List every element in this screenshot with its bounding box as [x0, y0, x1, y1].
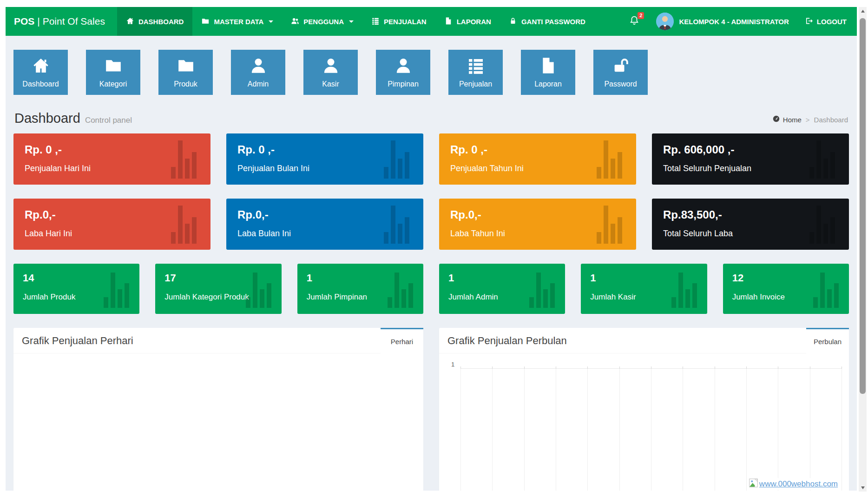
folder-icon — [201, 17, 210, 27]
chevron-down-icon — [269, 20, 273, 23]
bar-chart-icon — [597, 206, 622, 244]
person-icon — [322, 56, 340, 77]
top-navbar: POS | Point Of Sales DASHBOARD MASTER DA… — [6, 7, 857, 36]
bar-chart-icon — [384, 140, 409, 179]
nav-item-dashboard[interactable]: DASHBOARD — [117, 7, 193, 36]
breadcrumb-separator: > — [806, 116, 810, 124]
notification-badge: 2 — [638, 12, 644, 19]
gridline — [524, 369, 525, 491]
nav-item-master-data[interactable]: MASTER DATA — [192, 7, 282, 36]
sign-out-icon — [805, 17, 813, 27]
gridline — [460, 369, 461, 491]
nav-label: PENJUALAN — [384, 18, 427, 26]
stat-box-laba-hari: Rp.0,- Laba Hari Ini — [13, 199, 210, 250]
breadcrumb-home-link[interactable]: Home — [772, 115, 802, 124]
list-icon — [467, 56, 485, 77]
bar-chart-icon — [809, 206, 835, 244]
nav-item-ganti-password[interactable]: GANTI PASSWORD — [500, 7, 594, 36]
breadcrumb-current: Dashboard — [814, 116, 848, 124]
tile-admin[interactable]: Admin — [231, 50, 285, 95]
tile-label: Laporan — [534, 80, 562, 88]
breadcrumb-home-label: Home — [783, 116, 802, 124]
stat-box-penjualan-bulan: Rp. 0 ,- Penjualan Bulan Ini — [226, 133, 423, 185]
stat-box-total-penjualan: Rp. 606,000 ,- Total Seluruh Penjualan — [652, 133, 849, 185]
stat-box-penjualan-hari: Rp. 0 ,- Penjualan Hari Ini — [13, 133, 210, 185]
stat-box-laba-bulan: Rp.0,- Laba Bulan Ini — [226, 199, 423, 250]
content-area: Dashboard Kategori Produk Admin Kasir Pi… — [6, 36, 857, 491]
navbar-right: 2 KELOMPOK 4 - ADMINISTRATOR LOGOUT — [621, 7, 857, 36]
vertical-scrollbar[interactable] — [859, 7, 867, 492]
plot-grid — [460, 368, 842, 491]
avatar — [656, 13, 674, 30]
breadcrumb: Home > Dashboard — [772, 115, 848, 126]
notifications-button[interactable]: 2 — [621, 7, 648, 36]
tile-produk[interactable]: Produk — [158, 50, 213, 95]
page-subtitle: Control panel — [85, 116, 132, 125]
tile-laporan[interactable]: Laporan — [521, 50, 575, 95]
nav-label: LAPORAN — [457, 18, 491, 26]
stat-box-total-laba: Rp.83,500,- Total Seluruh Laba — [652, 199, 849, 250]
tile-label: Admin — [248, 80, 269, 88]
logout-button[interactable]: LOGOUT — [797, 7, 857, 36]
bar-chart-icon — [529, 273, 555, 308]
app-window: POS | Point Of Sales DASHBOARD MASTER DA… — [6, 7, 857, 491]
dashboard-gauge-icon — [772, 115, 780, 124]
home-icon — [126, 17, 134, 27]
tile-password[interactable]: Password — [593, 50, 648, 95]
nav-item-penjualan[interactable]: PENJUALAN — [362, 7, 435, 36]
tile-kategori[interactable]: Kategori — [86, 50, 140, 95]
gridline — [651, 369, 651, 491]
stat-box-laba-tahun: Rp.0,- Laba Tahun Ini — [439, 199, 636, 250]
count-box-admin: 1 Jumlah Admin — [439, 264, 565, 314]
bar-chart-icon — [813, 273, 839, 308]
logout-label: LOGOUT — [817, 18, 847, 26]
watermark-link[interactable]: www.000webhost.com — [759, 479, 838, 489]
gridline — [619, 369, 620, 491]
gridline — [587, 369, 588, 491]
tile-kasir[interactable]: Kasir — [303, 50, 358, 95]
person-icon — [249, 56, 268, 77]
gridline — [842, 369, 842, 491]
scroll-up-arrow[interactable] — [859, 7, 867, 15]
page-header: Dashboard Control panel Home > Dashboard — [14, 111, 848, 126]
tile-penjualan[interactable]: Penjualan — [448, 50, 503, 95]
bar-chart-icon — [597, 140, 622, 179]
panel-header: Grafik Penjualan Perhari Perhari — [13, 328, 423, 353]
user-menu[interactable]: KELOMPOK 4 - ADMINISTRATOR — [648, 7, 797, 36]
tile-label: Password — [604, 80, 637, 88]
tab-perbulan[interactable]: Perbulan — [806, 328, 849, 353]
file-icon — [539, 56, 558, 77]
count-box-invoice: 12 Jumlah Invoice — [723, 264, 849, 314]
charts-row: Grafik Penjualan Perhari Perhari Grafik … — [13, 328, 849, 491]
chevron-down-icon — [349, 20, 354, 23]
broken-image-icon — [749, 479, 758, 489]
bar-chart-icon — [388, 273, 413, 308]
person-icon — [394, 56, 413, 77]
bar-chart-icon — [171, 140, 197, 179]
gridline — [746, 369, 747, 491]
scrollbar-thumb[interactable] — [860, 18, 866, 394]
tab-perhari[interactable]: Perhari — [381, 328, 423, 353]
list-icon — [371, 17, 380, 27]
lock-icon — [509, 17, 517, 27]
tile-label: Pimpinan — [388, 80, 419, 88]
brand-logo[interactable]: POS | Point Of Sales — [6, 7, 117, 36]
hosting-watermark: www.000webhost.com — [748, 478, 839, 490]
scroll-down-arrow[interactable] — [859, 484, 867, 492]
tile-label: Kasir — [322, 80, 339, 88]
bar-chart-icon — [171, 206, 197, 244]
shortcut-tiles: Dashboard Kategori Produk Admin Kasir Pi… — [13, 50, 849, 95]
file-icon — [444, 17, 453, 27]
nav-item-pengguna[interactable]: PENGGUNA — [282, 7, 362, 36]
stat-row-penjualan: Rp. 0 ,- Penjualan Hari Ini Rp. 0 ,- Pen… — [13, 133, 849, 185]
folder-icon — [177, 56, 195, 77]
nav-label: GANTI PASSWORD — [521, 18, 585, 26]
users-icon — [291, 17, 299, 27]
bar-chart-icon — [246, 273, 271, 308]
nav-label: PENGGUNA — [303, 18, 344, 26]
tile-pimpinan[interactable]: Pimpinan — [376, 50, 430, 95]
panel-header: Grafik Penjualan Perbulan Perbulan — [439, 328, 849, 353]
nav-label: MASTER DATA — [214, 18, 263, 26]
nav-item-laporan[interactable]: LAPORAN — [435, 7, 500, 36]
tile-dashboard[interactable]: Dashboard — [13, 50, 68, 95]
